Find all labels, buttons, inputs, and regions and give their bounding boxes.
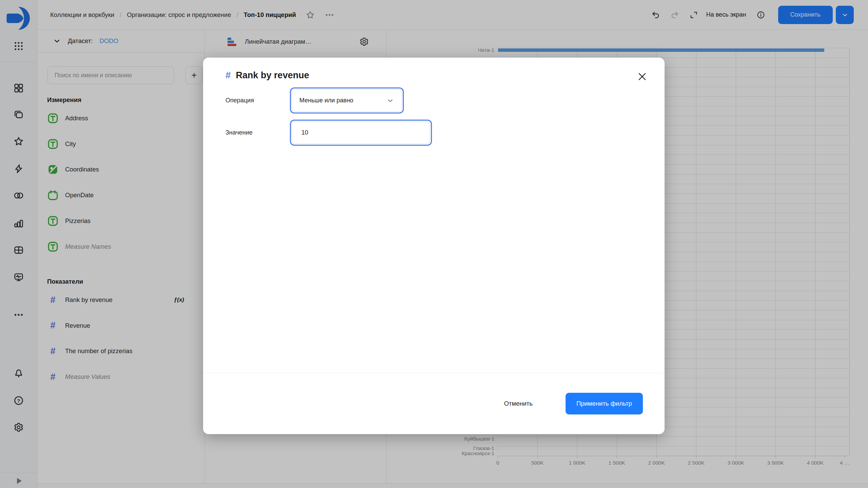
filter-dialog: # Rank by revenue Операция Меньше или ра…	[203, 58, 665, 434]
chevron-down-icon	[386, 97, 394, 105]
operation-select[interactable]: Меньше или равно	[292, 89, 402, 112]
apply-filter-button[interactable]: Применить фильтр	[566, 393, 643, 414]
operation-select-focus-ring: Меньше или равно	[290, 87, 404, 114]
dialog-title: Rank by revenue	[236, 70, 309, 81]
value-input-focus-ring	[290, 120, 432, 146]
measure-hash-icon: #	[225, 70, 231, 81]
cancel-button[interactable]: Отменить	[502, 396, 535, 411]
dialog-footer: Отменить Применить фильтр	[203, 373, 665, 434]
close-icon[interactable]	[637, 71, 648, 82]
filter-value-input[interactable]	[292, 121, 430, 144]
value-label: Значение	[225, 129, 290, 136]
operation-select-value: Меньше или равно	[299, 97, 353, 104]
app-window: Коллекции и воркбуки / Организации: спро…	[0, 0, 868, 488]
operation-label: Операция	[225, 97, 290, 104]
